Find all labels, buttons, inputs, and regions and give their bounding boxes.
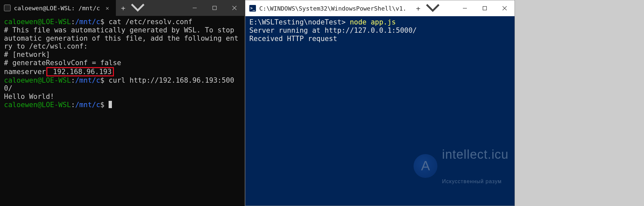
right-tab[interactable]: C:\WINDOWS\System32\WindowsPowerShell\v1… xyxy=(245,0,411,16)
suffix2: $ xyxy=(100,76,105,84)
left-terminal-window: caloewen@LOE-WSL: /mnt/c × + caloewen@ xyxy=(0,0,245,206)
nameserver-label: nameserver xyxy=(4,68,46,76)
left-tab[interactable]: caloewen@LOE-WSL: /mnt/c × xyxy=(0,0,116,16)
left-terminal-body[interactable]: caloewen@LOE-WSL:/mnt/c$ cat /etc/resolv… xyxy=(0,16,244,206)
ps-command: node app.js xyxy=(346,18,396,26)
new-tab-button-right[interactable]: + xyxy=(411,0,425,16)
new-tab-button[interactable]: + xyxy=(116,0,130,16)
tab-menu-chevron-icon[interactable] xyxy=(130,0,145,16)
tab-menu-chevron-icon-right[interactable] xyxy=(425,0,440,16)
bash-prompt-user-2: caloewen@LOE-WSL xyxy=(4,76,71,84)
powershell-icon xyxy=(249,5,256,12)
curl-output: Hello World! xyxy=(4,93,54,101)
path3: /mnt/c xyxy=(75,101,100,109)
bash-prompt-user: caloewen@LOE-WSL xyxy=(4,18,71,26)
ps-prompt: E:\WSLTesting\nodeTest> xyxy=(249,18,346,26)
right-titlebar[interactable]: C:\WINDOWS\System32\WindowsPowerShell\v1… xyxy=(245,0,515,16)
left-window-buttons xyxy=(185,0,244,16)
nameserver-ip: 192.168.96.193 xyxy=(49,68,112,76)
suffix3: $ xyxy=(100,101,105,109)
right-terminal-body[interactable]: E:\WSLTesting\nodeTest> node app.js Serv… xyxy=(245,16,515,206)
right-powershell-window: C:\WINDOWS\System32\WindowsPowerShell\v1… xyxy=(245,0,515,206)
bash-prompt-user-3: caloewen@LOE-WSL xyxy=(4,101,71,109)
bash-cursor xyxy=(109,101,112,108)
linux-icon xyxy=(4,5,11,11)
right-tab-title: C:\WINDOWS\System32\WindowsPowerShell\v1… xyxy=(259,5,406,12)
watermark-logo-letter: A xyxy=(421,158,430,174)
prompt-suffix: $ xyxy=(100,18,105,26)
close-window-button[interactable] xyxy=(224,0,244,16)
close-window-button-right[interactable] xyxy=(495,0,515,16)
resolv-header: # This file was automatically generated … xyxy=(4,26,238,51)
nameserver-ip-highlight: 192.168.96.193 xyxy=(46,67,114,76)
minimize-button[interactable] xyxy=(185,0,205,16)
resolv-line-2: # [network] xyxy=(4,51,50,59)
bash-command-1: cat /etc/resolv.conf xyxy=(104,18,192,26)
sep3: : xyxy=(71,101,75,109)
svg-rect-5 xyxy=(483,7,487,10)
ps-out-1: Server running at http://127.0.0.1:5000/ xyxy=(249,26,417,34)
watermark-logo-icon: A xyxy=(414,154,437,178)
watermark-title: intellect.icu xyxy=(442,147,509,162)
prompt-sep: : xyxy=(71,18,75,26)
svg-rect-1 xyxy=(213,6,217,10)
left-titlebar[interactable]: caloewen@LOE-WSL: /mnt/c × + xyxy=(0,0,244,16)
watermark: A intellect.icu Искусственный разум xyxy=(414,131,509,201)
ps-out-2: Received HTTP request xyxy=(249,35,337,43)
bash-prompt-path: /mnt/c xyxy=(75,18,100,26)
maximize-button-right[interactable] xyxy=(475,0,495,16)
right-window-buttons xyxy=(455,0,515,16)
left-tab-title: caloewen@LOE-WSL: /mnt/c xyxy=(14,5,100,12)
maximize-button[interactable] xyxy=(205,0,224,16)
titlebar-spacer[interactable] xyxy=(145,0,185,16)
resolv-line-3: # generateResolvConf = false xyxy=(4,59,121,67)
sep2: : xyxy=(71,76,75,84)
close-tab-icon[interactable]: × xyxy=(103,4,111,12)
path2: /mnt/c xyxy=(75,76,100,84)
screenshot-root: caloewen@LOE-WSL: /mnt/c × + caloewen@ xyxy=(0,0,644,206)
titlebar-spacer-right[interactable] xyxy=(440,0,455,16)
minimize-button-right[interactable] xyxy=(455,0,475,16)
watermark-subtitle: Искусственный разум xyxy=(442,179,509,185)
